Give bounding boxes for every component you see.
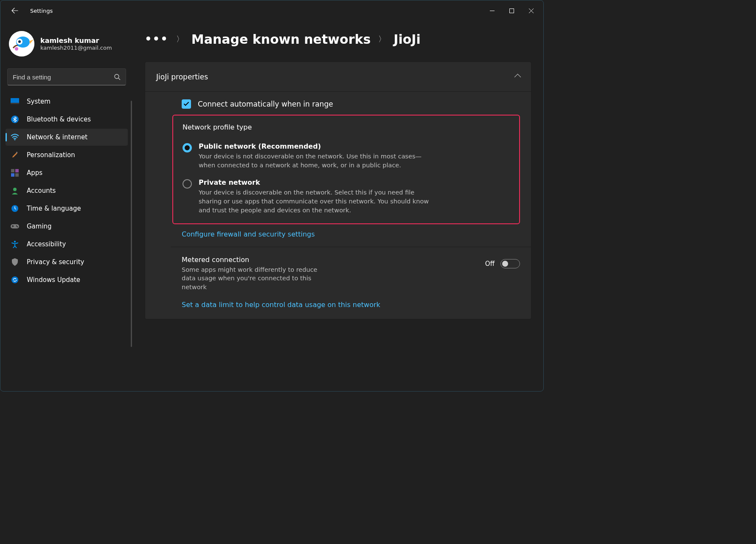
- nav-label: Apps: [27, 169, 42, 177]
- apps-icon: [11, 169, 19, 177]
- nav-bluetooth[interactable]: Bluetooth & devices: [6, 111, 128, 128]
- svg-rect-12: [11, 169, 14, 172]
- search-input[interactable]: [13, 73, 114, 81]
- data-limit-link[interactable]: Set a data limit to help control data us…: [182, 301, 520, 309]
- gamepad-icon: [11, 222, 19, 231]
- card-title: JioJi properties: [156, 73, 208, 81]
- nav-apps[interactable]: Apps: [6, 164, 128, 181]
- profile-block[interactable]: kamlesh kumar kamlesh2011@gmail.com: [6, 26, 128, 64]
- private-network-radio[interactable]: [183, 179, 192, 189]
- nav-label: Personalization: [27, 151, 75, 159]
- nav-time-language[interactable]: Time & language: [6, 200, 128, 217]
- svg-rect-15: [15, 173, 19, 177]
- nav-network[interactable]: Network & internet: [6, 129, 128, 146]
- metered-desc: Some apps might work differently to redu…: [182, 265, 318, 291]
- chevron-right-icon: 〉: [176, 34, 184, 44]
- nav-gaming[interactable]: Gaming: [6, 218, 128, 235]
- nav-accessibility[interactable]: Accessibility: [6, 236, 128, 253]
- window-controls: [482, 4, 541, 17]
- auto-connect-row[interactable]: Connect automatically when in range: [182, 99, 520, 109]
- svg-point-22: [11, 276, 18, 283]
- svg-point-21: [14, 241, 16, 242]
- nav-windows-update[interactable]: Windows Update: [6, 271, 128, 288]
- display-icon: [11, 97, 19, 106]
- shield-icon: [11, 258, 19, 266]
- svg-point-20: [17, 226, 18, 228]
- svg-point-4: [18, 40, 21, 43]
- card-header[interactable]: JioJi properties: [145, 62, 531, 92]
- nav-accounts[interactable]: Accounts: [6, 182, 128, 199]
- svg-point-16: [13, 188, 17, 191]
- private-network-option[interactable]: Private network Your device is discovera…: [183, 178, 511, 215]
- check-icon: [183, 101, 189, 107]
- person-icon: [11, 186, 19, 195]
- search-icon: [114, 73, 121, 80]
- firewall-settings-link[interactable]: Configure firewall and security settings: [182, 230, 520, 238]
- update-icon: [11, 276, 19, 284]
- svg-rect-8: [11, 103, 19, 104]
- public-network-desc: Your device is not discoverable on the n…: [199, 152, 436, 170]
- paintbrush-icon: [11, 151, 19, 159]
- nav-label: Gaming: [27, 223, 52, 230]
- svg-rect-0: [509, 8, 514, 13]
- minimize-icon: [490, 8, 495, 13]
- sidebar-scrollbar[interactable]: [131, 101, 132, 347]
- properties-card: JioJi properties Connect automatically w…: [145, 62, 531, 319]
- maximize-button[interactable]: [502, 4, 521, 17]
- titlebar: Settings: [0, 0, 543, 21]
- toggle-knob: [502, 261, 508, 267]
- network-profile-title: Network profile type: [183, 123, 511, 131]
- private-network-desc: Your device is discoverable on the netwo…: [199, 188, 436, 215]
- nav-label: Privacy & security: [27, 258, 84, 266]
- nav-label: Bluetooth & devices: [27, 116, 91, 123]
- nav-label: Windows Update: [27, 276, 80, 284]
- metered-toggle[interactable]: [500, 259, 520, 268]
- wifi-icon: [11, 133, 19, 141]
- svg-point-19: [16, 225, 17, 227]
- metered-title: Metered connection: [182, 256, 318, 264]
- nav-label: System: [27, 98, 51, 105]
- clock-icon: [11, 204, 19, 213]
- nav-label: Accounts: [27, 187, 56, 194]
- auto-connect-checkbox[interactable]: [182, 99, 191, 109]
- breadcrumb-current: JioJi: [393, 32, 421, 47]
- card-body: Connect automatically when in range Netw…: [145, 92, 531, 319]
- back-button[interactable]: [6, 2, 23, 19]
- metered-toggle-label: Off: [485, 260, 495, 268]
- auto-connect-label: Connect automatically when in range: [198, 100, 333, 108]
- private-network-label: Private network: [199, 178, 436, 186]
- search-box[interactable]: [7, 68, 126, 85]
- svg-point-5: [15, 47, 18, 51]
- maximize-icon: [509, 8, 514, 13]
- public-network-option[interactable]: Public network (Recommended) Your device…: [183, 142, 511, 170]
- bluetooth-icon: [11, 115, 19, 124]
- svg-point-6: [115, 74, 119, 79]
- nav-personalization[interactable]: Personalization: [6, 147, 128, 163]
- public-network-radio[interactable]: [183, 143, 192, 152]
- network-profile-highlight: Network profile type Public network (Rec…: [172, 115, 520, 224]
- svg-point-10: [14, 139, 16, 141]
- sidebar: kamlesh kumar kamlesh2011@gmail.com Syst…: [0, 21, 132, 391]
- svg-rect-13: [15, 169, 19, 172]
- breadcrumb-parent[interactable]: Manage known networks: [191, 32, 371, 47]
- app-title: Settings: [30, 8, 53, 14]
- nav-label: Time & language: [27, 205, 81, 212]
- nav-label: Accessibility: [27, 240, 66, 248]
- public-network-label: Public network (Recommended): [199, 142, 436, 150]
- accessibility-icon: [11, 240, 19, 248]
- nav: System Bluetooth & devices Network & int…: [6, 93, 128, 288]
- avatar: [9, 31, 34, 56]
- nav-system[interactable]: System: [6, 93, 128, 110]
- nav-privacy[interactable]: Privacy & security: [6, 254, 128, 271]
- arrow-left-icon: [11, 7, 18, 14]
- breadcrumb-more-button[interactable]: •••: [145, 33, 169, 45]
- metered-row: Metered connection Some apps might work …: [182, 256, 520, 291]
- chevron-up-icon: [515, 73, 520, 81]
- profile-email: kamlesh2011@gmail.com: [40, 45, 112, 51]
- breadcrumb: ••• 〉 Manage known networks 〉 JioJi: [145, 24, 531, 54]
- close-icon: [529, 8, 534, 13]
- close-button[interactable]: [521, 4, 541, 17]
- profile-name: kamlesh kumar: [40, 37, 112, 45]
- minimize-button[interactable]: [482, 4, 502, 17]
- svg-rect-14: [11, 173, 14, 177]
